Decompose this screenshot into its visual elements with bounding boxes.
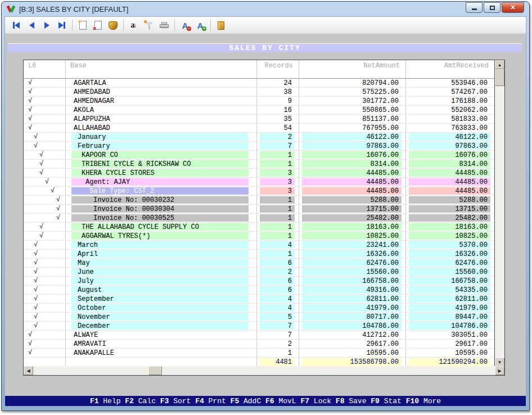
checkmark-icon[interactable]: √ <box>24 259 38 267</box>
checkmark-icon[interactable]: √ <box>24 97 32 105</box>
checkmark-icon[interactable]: √ <box>24 214 60 222</box>
vertical-scroll-track[interactable] <box>495 86 504 358</box>
table-row[interactable]: √Agent: AJAY344485.0044485.00 <box>24 178 494 187</box>
checkmark-icon[interactable]: √ <box>24 241 38 249</box>
delete-report-button[interactable]: ✕ <box>91 19 105 32</box>
checkmark-icon[interactable]: √ <box>24 223 43 231</box>
next-record-button[interactable] <box>40 19 53 32</box>
checkmark-icon[interactable]: √ <box>24 151 43 159</box>
last-record-button[interactable] <box>55 19 69 32</box>
scroll-up-button[interactable]: ▲ <box>495 60 504 69</box>
fkey-f3[interactable]: F3 Sort <box>160 397 195 405</box>
checkmark-icon[interactable]: √ <box>24 349 32 357</box>
table-row[interactable]: √ALLAHABAD54767955.00763833.00 <box>24 124 494 133</box>
horizontal-scrollbar[interactable]: ◀ ▶ <box>23 366 505 376</box>
table-row[interactable]: √May662476.0062476.00 <box>24 259 494 268</box>
table-row[interactable]: √KAPOOR CO116076.0016076.00 <box>24 151 494 160</box>
horizontal-scroll-thumb[interactable] <box>148 366 162 375</box>
scroll-down-button[interactable]: ▼ <box>495 358 504 367</box>
checkmark-icon[interactable]: √ <box>24 79 32 87</box>
checkmark-icon[interactable]: √ <box>24 169 43 177</box>
checkmark-icon[interactable]: √ <box>24 295 38 303</box>
table-row[interactable]: √AHMEDNAGAR9301772.00176188.00 <box>24 97 494 106</box>
checkmark-icon[interactable]: √ <box>24 187 55 195</box>
print-button[interactable] <box>157 19 171 32</box>
scroll-right-button[interactable]: ▶ <box>495 366 504 375</box>
table-row[interactable]: √AKOLA16550865.00552062.00 <box>24 106 494 115</box>
fkey-f10[interactable]: F10 More <box>406 397 441 405</box>
total-row[interactable]: 4481153586798.00121590294.00 <box>24 358 494 367</box>
shield-button[interactable] <box>106 19 120 32</box>
exit-button[interactable] <box>214 19 228 32</box>
font-decrease-button[interactable]: A− <box>178 19 192 32</box>
checkmark-icon[interactable]: √ <box>24 142 38 150</box>
checkmark-icon[interactable]: √ <box>24 178 49 186</box>
checkmark-icon[interactable]: √ <box>24 340 32 348</box>
column-header-amtreceived[interactable]: AmtReceived <box>406 60 494 78</box>
column-header-l6[interactable]: L6 <box>24 60 66 78</box>
fkey-f8[interactable]: F8 Save <box>336 397 371 405</box>
table-row[interactable]: √AMRAVATI229617.0029617.00 <box>24 340 494 349</box>
table-row[interactable]: √ANAKAPALLE110595.0010595.00 <box>24 349 494 358</box>
column-header-netamount[interactable]: NetAmount <box>299 60 406 78</box>
checkmark-icon[interactable]: √ <box>24 286 38 294</box>
column-header-records[interactable]: Records <box>257 60 299 78</box>
first-record-button[interactable] <box>10 19 23 32</box>
fkey-f1[interactable]: F1 Help <box>90 397 125 405</box>
checkmark-icon[interactable]: √ <box>24 322 38 330</box>
table-row[interactable]: √ALWAYE7412712.00303051.00 <box>24 331 494 340</box>
table-row[interactable]: √February797863.0097863.00 <box>24 142 494 151</box>
table-row[interactable]: √April116326.0016326.00 <box>24 250 494 259</box>
fkey-f2[interactable]: F2 Calc <box>125 397 160 405</box>
checkmark-icon[interactable]: √ <box>24 124 32 132</box>
table-row[interactable]: √AGARTALA24820794.00553946.00 <box>24 79 494 88</box>
checkmark-icon[interactable]: √ <box>24 88 32 96</box>
table-row[interactable]: √THE ALLAHABAD CYCLE SUPPLY CO118163.001… <box>24 223 494 232</box>
checkmark-icon[interactable]: √ <box>24 304 38 312</box>
table-row[interactable]: √ALAPPUZHA35851137.00581833.00 <box>24 115 494 124</box>
table-row[interactable]: √Invoice No: 0003023215288.005288.00 <box>24 196 494 205</box>
checkmark-icon[interactable]: √ <box>24 250 38 258</box>
table-row[interactable]: √June215560.0015560.00 <box>24 268 494 277</box>
table-row[interactable]: √September462811.0062811.00 <box>24 295 494 304</box>
sort-button[interactable]: a↓ <box>127 19 141 32</box>
fkey-f5[interactable]: F5 AddC <box>231 397 265 405</box>
fkey-f6[interactable]: F6 MovL <box>265 397 300 405</box>
close-button[interactable]: ✕ <box>502 2 524 13</box>
checkmark-icon[interactable]: √ <box>24 196 60 204</box>
vertical-scroll-thumb[interactable] <box>495 69 504 86</box>
table-row[interactable]: √AGGARWAL TYRES(*)110825.0010825.00 <box>24 232 494 241</box>
checkmark-icon[interactable]: √ <box>24 115 32 123</box>
horizontal-scroll-track[interactable] <box>162 366 495 375</box>
table-row[interactable]: √KHERA CYCLE STORES344485.0044485.00 <box>24 169 494 178</box>
checkmark-icon[interactable]: √ <box>24 205 60 213</box>
scroll-left-button[interactable]: ◀ <box>24 366 33 375</box>
vertical-scrollbar[interactable]: ▲ ▼ <box>494 60 504 367</box>
column-header-base[interactable]: Base <box>66 60 257 78</box>
checkmark-icon[interactable]: √ <box>24 106 32 114</box>
font-increase-button[interactable]: A+ <box>193 19 207 32</box>
filter-button[interactable] <box>142 19 156 32</box>
fkey-f4[interactable]: F4 Prnt <box>195 397 230 405</box>
minimize-button[interactable] <box>466 2 483 13</box>
table-row[interactable]: √Invoice No: 00030525125482.0025482.00 <box>24 214 494 223</box>
checkmark-icon[interactable]: √ <box>24 160 43 168</box>
checkmark-icon[interactable]: √ <box>24 268 38 276</box>
checkmark-icon[interactable]: √ <box>24 277 38 285</box>
checkmark-icon[interactable]: √ <box>24 331 32 339</box>
table-row[interactable]: √AHMEDABAD38575225.00574267.00 <box>24 88 494 97</box>
horizontal-scroll-track[interactable] <box>33 366 148 375</box>
checkmark-icon[interactable]: √ <box>24 313 38 321</box>
table-row[interactable]: √December7104786.00104786.00 <box>24 322 494 331</box>
table-row[interactable]: √Invoice No: 00030304113715.0013715.00 <box>24 205 494 214</box>
table-row[interactable]: √August649316.0054335.00 <box>24 286 494 295</box>
checkmark-icon[interactable]: √ <box>24 133 38 141</box>
fkey-f7[interactable]: F7 Lock <box>300 397 335 405</box>
table-row[interactable]: √November580717.0089447.00 <box>24 313 494 322</box>
previous-record-button[interactable] <box>25 19 38 32</box>
table-row[interactable]: √October441979.0041979.00 <box>24 304 494 313</box>
table-row[interactable]: √March423241.005370.00 <box>24 241 494 250</box>
table-row[interactable]: √TRIBENI CYCLE & RICKSHAW CO18314.008314… <box>24 160 494 169</box>
table-row[interactable]: √Sale Type: CST_2344485.0044485.00 <box>24 187 494 196</box>
fkey-f9[interactable]: F9 Stat <box>371 397 405 405</box>
